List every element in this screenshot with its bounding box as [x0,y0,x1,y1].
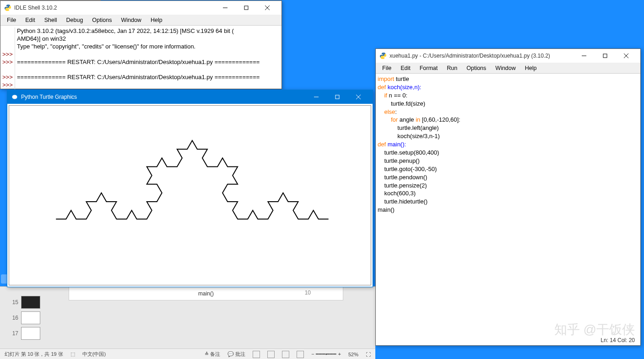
slide-thumbnail[interactable]: 16 [9,311,40,324]
menu-file[interactable]: File [378,64,396,72]
fit-icon[interactable]: ⛶ [366,352,371,357]
editor-statusbar: Ln: 14 Col: 20 [599,335,637,345]
idle-menubar: File Edit Shell Debug Options Window Hel… [0,15,281,26]
menu-run[interactable]: Run [442,64,462,72]
ppt-statusbar: 幻灯片 第 10 张，共 19 张 ⬚ 中文(中国) ≙ 备注 💬 批注 − ━… [0,348,375,359]
turtle-icon [11,93,18,101]
idle-shell-window: IDLE Shell 3.10.2 File Edit Shell Debug … [0,0,282,89]
window-title: IDLE Shell 3.10.2 [14,5,215,11]
slide-thumbnail[interactable]: 17 [9,327,40,340]
turtle-window: Python Turtle Graphics [7,90,373,287]
python-icon [379,52,387,59]
menu-edit[interactable]: Edit [21,16,40,24]
menu-format[interactable]: Format [415,64,443,72]
sorter-view-icon[interactable] [267,351,275,358]
editor-window: xuehua1.py - C:/Users/Administrator/Desk… [375,48,641,346]
comments-button[interactable]: 💬 批注 [227,351,245,358]
reading-view-icon[interactable] [282,351,289,358]
window-title: Python Turtle Graphics [21,94,306,100]
slide-thumbnail[interactable]: 15 [9,296,40,309]
maximize-button[interactable] [236,1,257,15]
close-button[interactable] [257,1,278,15]
normal-view-icon[interactable] [253,351,260,358]
svg-rect-16 [603,54,607,58]
python-icon [4,4,11,11]
menu-window[interactable]: Window [491,64,520,72]
minimize-button[interactable] [574,49,595,63]
menu-options[interactable]: Options [462,64,491,72]
menu-help[interactable]: Help [146,16,167,24]
menu-window[interactable]: Window [116,16,146,24]
ppt-slide-panel: 15 16 17 [9,296,40,340]
code-editor[interactable]: import turtle def koch(size,n): if n == … [376,74,640,334]
svg-rect-8 [244,6,248,10]
slide-counter: 幻灯片 第 10 张，共 19 张 [5,351,63,358]
menu-debug[interactable]: Debug [62,16,88,24]
svg-rect-12 [336,95,339,99]
menu-options[interactable]: Options [87,16,116,24]
shell-output[interactable]: >>> >>> >>> >>> Python 3.10.2 (tags/v3.1… [0,26,281,91]
minimize-button[interactable] [215,1,236,15]
menu-shell[interactable]: Shell [40,16,62,24]
idle-titlebar[interactable]: IDLE Shell 3.10.2 [0,1,281,15]
ppt-slide-content: main()10 [69,287,343,300]
minimize-button[interactable] [306,90,327,104]
menu-edit[interactable]: Edit [396,64,415,72]
turtle-canvas [9,105,371,285]
window-title: xuehua1.py - C:/Users/Administrator/Desk… [390,53,574,59]
notes-button[interactable]: ≙ 备注 [205,351,220,358]
close-button[interactable] [616,49,637,63]
slideshow-view-icon[interactable] [297,351,304,358]
editor-titlebar[interactable]: xuehua1.py - C:/Users/Administrator/Desk… [376,49,640,63]
editor-menubar: File Edit Format Run Options Window Help [376,63,640,74]
language-label[interactable]: 中文(中国) [82,351,106,358]
zoom-label[interactable]: 52% [348,352,358,357]
ppt-lower-area: main()10 15 16 17 幻灯片 第 10 张，共 19 张 ⬚ 中文… [0,286,375,359]
menu-help[interactable]: Help [520,64,541,72]
maximize-button[interactable] [327,90,348,104]
turtle-titlebar[interactable]: Python Turtle Graphics [7,90,373,104]
maximize-button[interactable] [595,49,616,63]
close-button[interactable] [348,90,369,104]
menu-file[interactable]: File [2,16,21,24]
